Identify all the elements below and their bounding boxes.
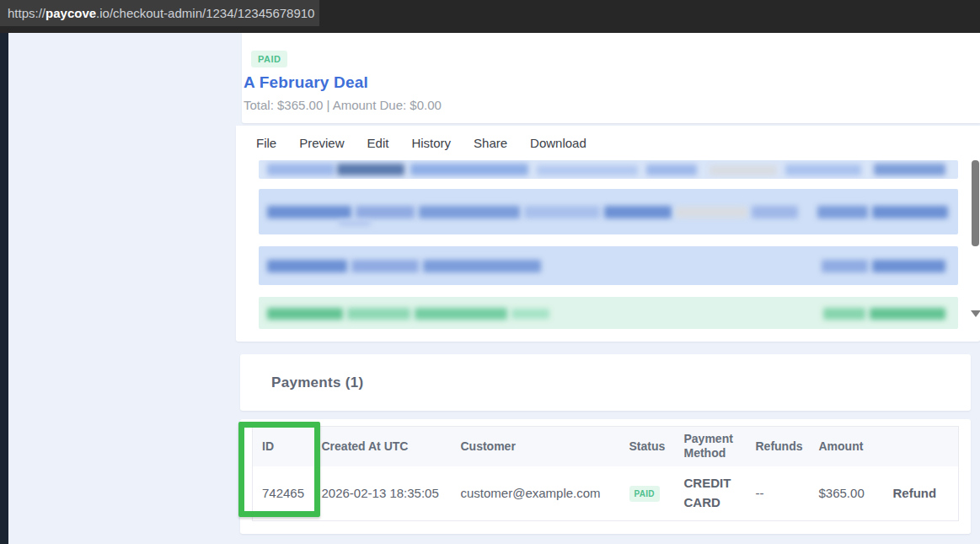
redacted-text-blob	[423, 260, 541, 272]
redacted-invoice-row	[259, 189, 958, 234]
redacted-text-blob	[267, 260, 347, 272]
redacted-text-blob	[823, 308, 865, 320]
redacted-text-blob	[339, 220, 371, 226]
browser-top-bar: https://paycove.io/checkout-admin/1234/1…	[0, 0, 980, 33]
redacted-text-blob	[267, 206, 351, 218]
payment-status-badge: PAID	[629, 486, 660, 502]
redacted-invoice-row	[259, 297, 958, 329]
redacted-text-blob	[676, 207, 747, 218]
col-header-action	[884, 427, 959, 466]
redacted-text-blob	[347, 308, 410, 320]
payment-row: 742465 2026-02-13 18:35:05 customer@exam…	[253, 466, 959, 521]
table-header-row: ID Created At UTC Customer Status Paymen…	[253, 427, 959, 466]
url-prefix: https://	[8, 6, 46, 20]
redacted-text-blob	[710, 165, 777, 175]
url-path: .io/checkout-admin/1234/12345678910	[96, 6, 314, 20]
payment-refunds: --	[747, 466, 810, 521]
url-domain: paycove	[46, 6, 96, 20]
payment-status-cell: PAID	[620, 466, 675, 521]
redacted-text-blob	[337, 164, 404, 175]
redacted-text-blob	[822, 260, 868, 272]
redacted-text-blob	[415, 308, 507, 320]
col-header-customer: Customer	[452, 427, 620, 466]
redacted-text-blob	[646, 164, 697, 175]
menu-edit[interactable]: Edit	[367, 136, 389, 150]
redacted-text-blob	[872, 206, 948, 218]
payment-id: 742465	[253, 466, 313, 521]
redacted-invoice-row	[259, 246, 958, 285]
invoice-preview-card: File Preview Edit History Share Download	[236, 126, 980, 342]
deal-totals: Total: $365.00 | Amount Due: $0.00	[244, 98, 980, 112]
redacted-text-blob	[817, 206, 868, 218]
address-bar[interactable]: https://paycove.io/checkout-admin/1234/1…	[0, 0, 319, 26]
payment-created-at: 2026-02-13 18:35:05	[313, 466, 452, 521]
redacted-text-blob	[537, 165, 638, 175]
payments-heading-card: Payments (1)	[240, 354, 971, 411]
col-header-created: Created At UTC	[313, 427, 452, 466]
payment-amount: $365.00	[810, 466, 884, 521]
invoice-menubar: File Preview Edit History Share Download	[236, 126, 980, 159]
redacted-text-blob	[604, 206, 672, 218]
left-edge-panel	[0, 33, 8, 544]
menu-file[interactable]: File	[256, 136, 276, 150]
checkout-admin-page: PAID A February Deal Total: $365.00 | Am…	[8, 33, 980, 544]
menu-history[interactable]: History	[411, 136, 451, 150]
payment-method: CREDIT CARD	[675, 466, 747, 521]
payments-table: ID Created At UTC Customer Status Paymen…	[252, 426, 959, 521]
payments-table-card: ID Created At UTC Customer Status Paymen…	[240, 419, 971, 534]
redacted-text-blob	[511, 309, 549, 319]
payment-customer: customer@example.com	[452, 466, 620, 521]
preview-scrollbar-thumb[interactable]	[972, 160, 979, 246]
redacted-invoice-row	[259, 160, 958, 179]
deal-status-badge: PAID	[251, 51, 287, 67]
scroll-down-icon[interactable]	[971, 310, 980, 317]
menu-download[interactable]: Download	[530, 136, 586, 150]
redacted-text-blob	[351, 260, 419, 272]
payments-heading: Payments (1)	[271, 374, 971, 391]
refund-button[interactable]: Refund	[884, 466, 959, 521]
redacted-text-blob	[524, 206, 600, 218]
col-header-status: Status	[620, 427, 675, 466]
redacted-text-blob	[752, 206, 798, 218]
redacted-text-blob	[419, 206, 520, 218]
redacted-text-blob	[267, 308, 343, 320]
menu-preview[interactable]: Preview	[299, 136, 344, 150]
redacted-text-blob	[267, 164, 335, 175]
deal-title: A February Deal	[244, 73, 980, 92]
deal-header-card: PAID A February Deal Total: $365.00 | Am…	[242, 33, 980, 123]
redacted-text-blob	[410, 164, 528, 175]
redacted-text-blob	[356, 206, 415, 218]
menu-share[interactable]: Share	[474, 136, 507, 150]
col-header-id: ID	[253, 427, 313, 466]
col-header-payment-method: Payment Method	[675, 427, 747, 466]
redacted-text-blob	[872, 260, 945, 272]
col-header-amount: Amount	[810, 427, 884, 466]
col-header-refunds: Refunds	[747, 427, 810, 466]
redacted-text-blob	[785, 164, 861, 175]
redacted-text-blob	[874, 164, 945, 175]
redacted-text-blob	[870, 308, 945, 320]
